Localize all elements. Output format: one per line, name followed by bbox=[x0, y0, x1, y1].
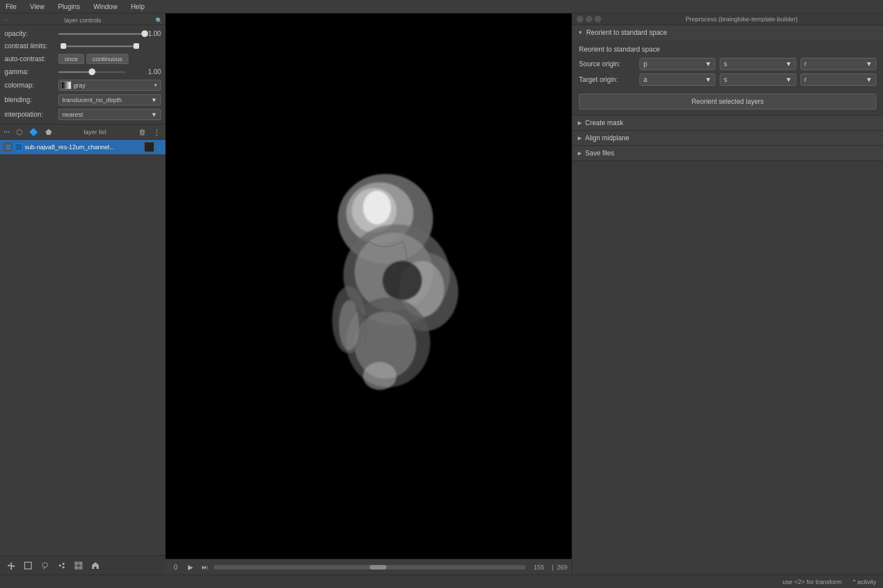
lasso-tool-button[interactable] bbox=[38, 559, 52, 572]
delete-layer-button[interactable]: 🗑 bbox=[136, 126, 148, 137]
align-midplane-header[interactable]: ▶ Align midplane bbox=[572, 131, 883, 145]
minimize-button[interactable] bbox=[586, 16, 592, 22]
colormap-dropdown-arrow: ▼ bbox=[153, 82, 158, 88]
end-button[interactable]: ⏭ bbox=[199, 562, 210, 573]
source-r-arrow: ▼ bbox=[866, 60, 872, 68]
home-tool-button[interactable] bbox=[89, 559, 102, 572]
gamma-label: gamma: bbox=[4, 68, 55, 76]
layer-visible-toggle[interactable] bbox=[15, 143, 22, 151]
svg-point-14 bbox=[363, 191, 391, 224]
menu-window[interactable]: Window bbox=[90, 2, 121, 12]
source-r-value: r bbox=[804, 60, 807, 68]
blending-row: blending: translucent_no_depth ▼ bbox=[0, 93, 165, 107]
close-button[interactable] bbox=[577, 16, 583, 22]
canvas-bottom-bar: 0 ▶ ⏭ 155 | 269 bbox=[165, 559, 572, 575]
reorient-selected-layers-button[interactable]: Reorient selected layers bbox=[579, 94, 876, 109]
colormap-swatch bbox=[61, 81, 71, 89]
reorient-header[interactable]: ▼ Reorient to standard space bbox=[572, 25, 883, 40]
auto-contrast-label: auto-contrast: bbox=[4, 55, 55, 63]
reorient-title: Reorient to standard space bbox=[586, 29, 667, 36]
colormap-name: gray bbox=[73, 82, 151, 89]
interpolation-label: interpolation: bbox=[4, 111, 55, 118]
create-mask-header[interactable]: ▶ Create mask bbox=[572, 116, 883, 130]
layer-controls-title: layer controls bbox=[65, 17, 101, 24]
interpolation-dropdown-arrow: ▼ bbox=[151, 111, 157, 118]
source-origin-r-select[interactable]: r ▼ bbox=[801, 58, 876, 70]
right-panel: Preprocess (brainglobe-template-builder)… bbox=[572, 13, 883, 575]
opacity-label: opacity: bbox=[4, 30, 55, 38]
play-button[interactable]: ▶ bbox=[185, 562, 196, 573]
target-s-arrow: ▼ bbox=[785, 76, 792, 84]
transform-hint: use <2> for transform bbox=[783, 578, 841, 585]
svg-point-3 bbox=[62, 563, 65, 565]
source-p-value: p bbox=[643, 60, 647, 68]
contrast-label: contrast limits: bbox=[4, 42, 55, 50]
window-controls bbox=[577, 16, 601, 22]
gamma-value: 1.00 bbox=[148, 68, 161, 76]
blending-label: blending: bbox=[4, 96, 55, 104]
opacity-slider[interactable] bbox=[58, 30, 145, 38]
frame-number-display: 0 bbox=[170, 562, 181, 573]
align-midplane-section: ▶ Align midplane bbox=[572, 131, 883, 146]
move-tool-button[interactable] bbox=[4, 559, 18, 572]
reorient-subsection-title: Reorient to standard space bbox=[579, 45, 876, 53]
menu-plugins[interactable]: Plugins bbox=[54, 2, 83, 12]
target-origin-s-select[interactable]: s ▼ bbox=[720, 74, 795, 86]
colormap-select[interactable]: gray ▼ bbox=[58, 80, 161, 91]
grid-tool-button[interactable] bbox=[72, 559, 85, 572]
continuous-button[interactable]: continuous bbox=[86, 54, 128, 64]
svg-point-2 bbox=[59, 564, 61, 567]
maximize-button[interactable] bbox=[595, 16, 601, 22]
layer-item[interactable]: 🖼 sub-najva8_res-12um_channel... ⋮ bbox=[0, 140, 165, 154]
add-labels-button[interactable]: ⬟ bbox=[43, 126, 54, 137]
target-origin-row: Target origin: a ▼ s ▼ r ▼ bbox=[579, 74, 876, 86]
align-midplane-title: Align midplane bbox=[585, 134, 629, 142]
search-icon[interactable]: 🔍 bbox=[155, 17, 162, 24]
activity-label: ^ activity bbox=[853, 578, 876, 585]
add-shapes-button[interactable]: 🔷 bbox=[28, 126, 39, 137]
reorient-collapse-icon: ▼ bbox=[578, 30, 583, 35]
target-origin-r-select[interactable]: r ▼ bbox=[801, 74, 876, 86]
layer-list-section: ⋯ ⬡ 🔷 ⬟ layer list 🗑 ⋮ 🖼 sub-najva8_res-… bbox=[0, 124, 165, 555]
interpolation-select[interactable]: nearest ▼ bbox=[58, 109, 161, 120]
save-files-expand-icon: ▶ bbox=[578, 150, 582, 156]
interpolation-value: nearest bbox=[62, 111, 83, 118]
interpolation-row: interpolation: nearest ▼ bbox=[0, 107, 165, 122]
right-panel-header: Preprocess (brainglobe-template-builder) bbox=[572, 13, 883, 25]
box-tool-button[interactable] bbox=[21, 559, 35, 572]
menu-view[interactable]: View bbox=[26, 2, 48, 12]
once-button[interactable]: once bbox=[58, 54, 84, 64]
source-origin-s-select[interactable]: s ▼ bbox=[720, 58, 795, 70]
blending-select[interactable]: translucent_no_depth ▼ bbox=[58, 94, 161, 105]
create-mask-expand-icon: ▶ bbox=[578, 120, 582, 126]
expand-icon: ⋮ bbox=[151, 126, 162, 137]
auto-contrast-buttons: once continuous bbox=[58, 54, 128, 64]
colormap-row: colormap: gray ▼ bbox=[0, 78, 165, 93]
left-panel: ⋯ layer controls 🔍 opacity: 1.00 contras… bbox=[0, 13, 165, 575]
gamma-slider[interactable] bbox=[58, 68, 126, 76]
svg-point-19 bbox=[383, 261, 422, 300]
layer-list-drag-handle: ⋯ bbox=[3, 128, 10, 136]
canvas-scrubber[interactable] bbox=[214, 565, 526, 569]
opacity-value: 1.00 bbox=[148, 30, 161, 38]
menu-help[interactable]: Help bbox=[127, 2, 148, 12]
save-files-header[interactable]: ▶ Save files bbox=[572, 146, 883, 160]
menu-file[interactable]: File bbox=[2, 2, 20, 12]
source-origin-p-select[interactable]: p ▼ bbox=[640, 58, 715, 70]
svg-point-4 bbox=[62, 566, 65, 568]
brain-image bbox=[256, 151, 481, 421]
bottom-toolbar bbox=[0, 555, 165, 575]
svg-rect-0 bbox=[25, 562, 31, 569]
target-origin-a-select[interactable]: a ▼ bbox=[640, 74, 715, 86]
svg-point-24 bbox=[363, 362, 397, 390]
create-mask-section: ▶ Create mask bbox=[572, 116, 883, 131]
contrast-slider[interactable] bbox=[61, 45, 139, 47]
canvas-area[interactable] bbox=[165, 13, 572, 559]
source-s-arrow: ▼ bbox=[785, 60, 792, 68]
target-origin-label: Target origin: bbox=[579, 76, 635, 84]
svg-point-23 bbox=[339, 300, 359, 351]
target-a-arrow: ▼ bbox=[705, 76, 711, 84]
point-tool-button[interactable] bbox=[55, 559, 68, 572]
blending-value: translucent_no_depth bbox=[62, 97, 122, 103]
add-points-button[interactable]: ⬡ bbox=[13, 126, 25, 137]
